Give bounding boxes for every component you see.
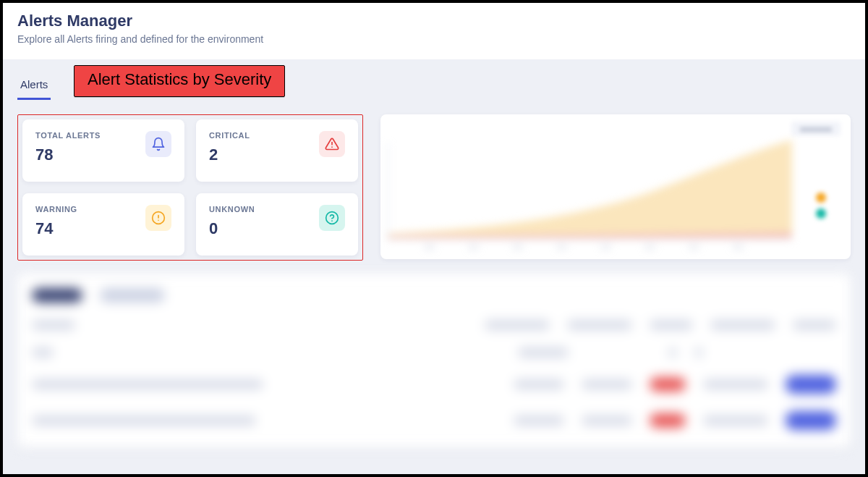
alerts-table-blurred <box>17 274 851 447</box>
stat-value: 74 <box>35 219 77 238</box>
legend-dot-critical <box>816 177 826 187</box>
app-frame: Alerts Manager Explore all Alerts firing… <box>0 0 868 477</box>
svg-text:xxx: xxx <box>469 243 479 250</box>
legend-dot-warning <box>816 193 826 203</box>
alert-triangle-icon <box>319 131 345 157</box>
page-subtitle: Explore all Alerts firing and defined fo… <box>17 33 851 45</box>
chart-legend <box>816 177 826 219</box>
svg-text:xxx: xxx <box>733 243 744 250</box>
help-circle-icon <box>319 205 345 231</box>
page-title: Alerts Manager <box>17 12 851 30</box>
stat-value: 2 <box>209 145 250 164</box>
tab-row: Alerts Alert Statistics by Severity <box>17 59 851 100</box>
svg-text:xxx: xxx <box>689 243 699 250</box>
stat-card-total[interactable]: TOTAL ALERTS 78 <box>22 119 184 182</box>
svg-text:xxx: xxx <box>513 243 523 250</box>
stat-label: TOTAL ALERTS <box>35 131 101 140</box>
stat-label: CRITICAL <box>209 131 250 140</box>
tab-alerts[interactable]: Alerts <box>17 72 51 100</box>
stat-label: WARNING <box>35 205 77 214</box>
stat-value: 78 <box>35 145 101 164</box>
stat-card-unknown[interactable]: UNKNOWN 0 <box>196 193 358 256</box>
stat-value: 0 <box>209 219 255 238</box>
annotation-callout: Alert Statistics by Severity <box>74 65 285 97</box>
stat-label: UNKNOWN <box>209 205 255 214</box>
stat-text: TOTAL ALERTS 78 <box>35 131 101 164</box>
alerts-trend-chart: xxxxxxxx xxxxxxxxx xxxxxxxxx xxxxxx <box>380 114 851 259</box>
svg-text:xxx: xxx <box>557 243 567 250</box>
severity-stats-grid: TOTAL ALERTS 78 CRITICAL 2 <box>17 114 363 261</box>
svg-text:xxx: xxx <box>645 243 655 250</box>
stat-card-warning[interactable]: WARNING 74 <box>22 193 184 256</box>
svg-text:xxx: xxx <box>601 243 611 250</box>
bell-icon <box>145 131 171 157</box>
chart-canvas: xxxxxxxxx xxxxxxxxx xxxxxx <box>380 114 851 259</box>
legend-dot-unknown <box>816 208 826 219</box>
svg-text:xxx: xxx <box>425 243 435 250</box>
page-header: Alerts Manager Explore all Alerts firing… <box>3 3 865 59</box>
stat-card-critical[interactable]: CRITICAL 2 <box>196 119 358 182</box>
stat-text: UNKNOWN 0 <box>209 205 255 238</box>
workspace: Alerts Alert Statistics by Severity TOTA… <box>3 59 865 477</box>
alert-circle-icon <box>145 205 171 231</box>
stat-text: CRITICAL 2 <box>209 131 250 164</box>
stats-and-chart-row: TOTAL ALERTS 78 CRITICAL 2 <box>17 114 851 261</box>
stat-text: WARNING 74 <box>35 205 77 238</box>
